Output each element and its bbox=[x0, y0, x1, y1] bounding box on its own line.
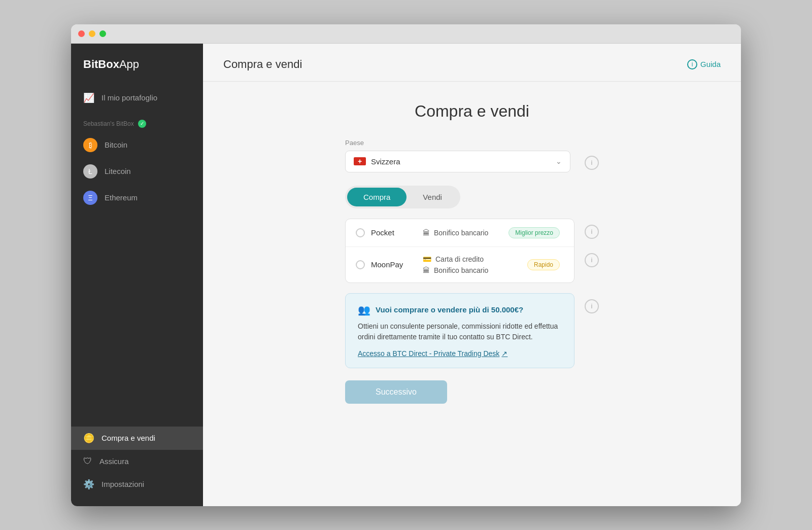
info-panel-title: Vuoi comprare o vendere più di 50.000€? bbox=[376, 305, 523, 314]
pocket-method-label: Bonifico bancario bbox=[434, 229, 488, 237]
fast-badge: Rapido bbox=[527, 259, 560, 270]
country-name: Svizzera bbox=[371, 157, 556, 166]
traffic-lights bbox=[78, 30, 106, 37]
ethereum-label: Ethereum bbox=[105, 193, 138, 202]
moonpay-radio[interactable] bbox=[356, 260, 365, 269]
bank-icon-2: 🏛 bbox=[423, 266, 430, 274]
country-row: Svizzera ⌄ i bbox=[345, 151, 599, 175]
sidebar-bottom: 🪙 Compra e vendi 🛡 Assicura ⚙️ Impostazi… bbox=[71, 427, 203, 496]
country-select[interactable]: Svizzera ⌄ bbox=[345, 151, 570, 172]
info-section: 👥 Vuoi comprare o vendere più di 50.000€… bbox=[345, 293, 599, 368]
main-content: Compra e vendi i Guida Compra e vendi Pa… bbox=[203, 44, 741, 506]
moonpay-name: MoonPay bbox=[371, 260, 417, 269]
device-badge: ✓ bbox=[138, 120, 146, 128]
page-title: Compra e vendi bbox=[223, 58, 302, 71]
litecoin-icon: Ł bbox=[83, 164, 97, 179]
ethereum-icon: Ξ bbox=[83, 191, 97, 205]
sidebar: BitBoxApp 📈 Il mio portafoglio Sebastian… bbox=[71, 44, 203, 506]
guide-button[interactable]: i Guida bbox=[687, 59, 721, 69]
guide-label: Guida bbox=[700, 60, 721, 68]
buy-sell-icon: 🪙 bbox=[83, 433, 94, 444]
best-price-badge: Miglior prezzo bbox=[509, 227, 560, 238]
moonpay-method-2: 🏛 Bonifico bancario bbox=[423, 266, 521, 274]
moonpay-method-1-label: Carta di credito bbox=[435, 255, 484, 263]
btc-direct-panel: 👥 Vuoi comprare o vendere più di 50.000€… bbox=[345, 293, 574, 368]
moonpay-method-2-label: Bonifico bancario bbox=[434, 266, 488, 274]
maximize-button[interactable] bbox=[99, 30, 106, 37]
portfolio-label: Il mio portafoglio bbox=[101, 93, 157, 102]
bank-icon: 🏛 bbox=[423, 229, 430, 237]
insure-label: Assicura bbox=[99, 457, 129, 466]
chart-icon: 📈 bbox=[83, 92, 94, 103]
info-panel-body: Ottieni un consulente personale, commiss… bbox=[358, 321, 562, 342]
tab-sell[interactable]: Vendi bbox=[407, 188, 458, 206]
button-row: Successivo bbox=[345, 380, 599, 404]
device-section-label: Sebastian's BitBox ✓ bbox=[71, 110, 203, 132]
country-label: Paese bbox=[345, 139, 599, 147]
moonpay-method-1: 💳 Carta di credito bbox=[423, 255, 521, 263]
settings-label: Impostazioni bbox=[101, 480, 144, 488]
gear-icon: ⚙️ bbox=[83, 479, 94, 490]
moonpay-option-row[interactable]: MoonPay 💳 Carta di credito 🏛 Bonifico ba… bbox=[346, 247, 574, 282]
external-link-icon: ↗ bbox=[501, 349, 507, 358]
credit-card-icon: 💳 bbox=[423, 255, 431, 263]
payment-options-card: Pocket 🏛 Bonifico bancario Miglior prezz… bbox=[345, 219, 574, 283]
info-panel-info-button[interactable]: i bbox=[585, 299, 599, 313]
bitcoin-icon: ₿ bbox=[83, 138, 97, 152]
sidebar-item-portfolio[interactable]: 📈 Il mio portafoglio bbox=[71, 86, 203, 110]
litecoin-label: Litecoin bbox=[105, 167, 131, 175]
chevron-down-icon: ⌄ bbox=[556, 157, 562, 165]
main-body: Compra e vendi Paese Svizzera ⌄ i bbox=[203, 82, 741, 506]
app-body: BitBoxApp 📈 Il mio portafoglio Sebastian… bbox=[71, 44, 741, 506]
moonpay-badge-area: Rapido bbox=[527, 259, 560, 270]
sidebar-item-ethereum[interactable]: Ξ Ethereum bbox=[71, 185, 203, 211]
sidebar-item-insure[interactable]: 🛡 Assicura bbox=[71, 450, 203, 473]
country-info-button[interactable]: i bbox=[585, 156, 599, 170]
options-section: Pocket 🏛 Bonifico bancario Miglior prezz… bbox=[345, 219, 599, 283]
sidebar-item-settings[interactable]: ⚙️ Impostazioni bbox=[71, 473, 203, 496]
pocket-methods: 🏛 Bonifico bancario bbox=[423, 229, 502, 237]
buy-sell-tabs: Compra Vendi bbox=[345, 186, 460, 208]
pocket-option-row[interactable]: Pocket 🏛 Bonifico bancario Miglior prezz… bbox=[346, 219, 574, 247]
tab-buy[interactable]: Compra bbox=[347, 188, 407, 206]
app-window: BitBoxApp 📈 Il mio portafoglio Sebastian… bbox=[71, 24, 741, 506]
next-button[interactable]: Successivo bbox=[345, 380, 447, 404]
bitcoin-label: Bitcoin bbox=[105, 140, 127, 149]
moonpay-methods: 💳 Carta di credito 🏛 Bonifico bancario bbox=[423, 255, 521, 274]
sidebar-item-litecoin[interactable]: Ł Litecoin bbox=[71, 158, 203, 185]
info-panel-header: 👥 Vuoi comprare o vendere più di 50.000€… bbox=[358, 304, 562, 316]
options-info-button-2[interactable]: i bbox=[585, 253, 599, 267]
form-container: Paese Svizzera ⌄ i Compra bbox=[345, 139, 599, 404]
pocket-badge-area: Miglior prezzo bbox=[509, 227, 560, 238]
people-icon: 👥 bbox=[358, 304, 370, 316]
page-heading: Compra e vendi bbox=[415, 102, 529, 121]
guide-icon: i bbox=[687, 59, 697, 69]
pocket-method-1: 🏛 Bonifico bancario bbox=[423, 229, 502, 237]
titlebar bbox=[71, 24, 741, 44]
swiss-flag bbox=[354, 157, 366, 165]
minimize-button[interactable] bbox=[89, 30, 95, 37]
options-info-button-1[interactable]: i bbox=[585, 225, 599, 239]
sidebar-item-buy-sell[interactable]: 🪙 Compra e vendi bbox=[71, 427, 203, 450]
shield-icon: 🛡 bbox=[83, 456, 92, 467]
buy-sell-label: Compra e vendi bbox=[101, 434, 155, 442]
pocket-radio[interactable] bbox=[356, 228, 365, 237]
sidebar-item-bitcoin[interactable]: ₿ Bitcoin bbox=[71, 132, 203, 158]
pocket-name: Pocket bbox=[371, 228, 417, 237]
main-header: Compra e vendi i Guida bbox=[203, 44, 741, 82]
btc-direct-link[interactable]: Accesso a BTC Direct - Private Trading D… bbox=[358, 349, 562, 358]
close-button[interactable] bbox=[78, 30, 85, 37]
app-logo: BitBoxApp bbox=[71, 58, 203, 86]
